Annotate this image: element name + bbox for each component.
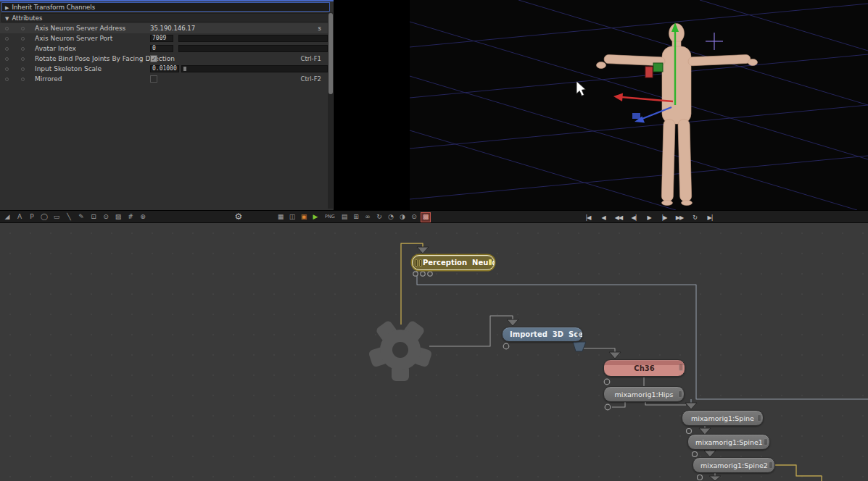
shortcut-label: Ctrl-F1 (301, 54, 322, 64)
color-swatch-icon[interactable]: ▣ (299, 212, 309, 222)
active-tool-icon[interactable]: ▩ (421, 212, 431, 222)
section-label: Attributes (12, 14, 42, 22)
param-socket-icon (5, 78, 9, 81)
tile-view-icon[interactable]: ⊞ (351, 212, 361, 222)
param-row-avatar-index: Avatar Index 0 (0, 43, 328, 54)
avatar-index-slider-track[interactable] (178, 45, 328, 52)
param-socket-icon (21, 47, 25, 51)
param-label: Avatar Index (35, 43, 76, 54)
node-flags[interactable] (415, 259, 422, 267)
playback-controls: |◀ ◀ ◀◀ ◀| ▶ |▶ ▶▶ ↻ ▶| (581, 212, 717, 223)
show-handles-a-icon[interactable]: A (15, 212, 25, 222)
loop-button[interactable]: ↻ (687, 212, 702, 223)
param-label: Input Skeleton Scale (35, 64, 102, 74)
param-socket-icon (5, 67, 9, 71)
mirrored-checkbox[interactable] (150, 75, 157, 83)
avatar-index-field[interactable]: 0 (150, 45, 173, 52)
panel-scrollbar[interactable] (328, 12, 333, 209)
node-ch36[interactable]: Ch36 (603, 359, 685, 377)
server-address-value[interactable]: 35.190.146.17 (150, 23, 195, 33)
jump-to-start-button[interactable]: |◀ (581, 212, 595, 223)
viewport-grid (410, 0, 868, 210)
section-attributes[interactable]: ▼Attributes (1, 13, 330, 22)
next-frame-button[interactable]: |▶ (657, 212, 671, 223)
line-tool-icon[interactable]: ╲ (64, 212, 74, 222)
param-socket-icon (21, 57, 25, 61)
server-port-field[interactable]: 7009 (150, 35, 173, 42)
png-export-icon[interactable]: PNG (322, 212, 338, 222)
prev-frame-button[interactable]: ◀| (627, 212, 641, 223)
link-toggle-icon[interactable]: ∞ (363, 212, 373, 222)
node-render-flag[interactable] (488, 259, 492, 266)
node-imported-3d-scene[interactable]: Imported 3D Scen... (502, 327, 583, 342)
main-toolbar: ◢ A P ◯ ▭ ╲ ✎ ⊡ ⊙ ▨ # ⊕ ⚙ ▦ ◫ ▣ ▶ PNG ▤ … (0, 210, 868, 223)
param-label: Axis Neuron Server Address (35, 23, 125, 33)
node-flag[interactable] (764, 438, 768, 446)
progress-pie-icon[interactable]: ◔ (386, 212, 396, 222)
node-flag[interactable] (576, 331, 581, 338)
add-object-icon[interactable]: ⊕ (138, 212, 148, 222)
node-flag[interactable] (757, 414, 761, 422)
split-view-icon[interactable]: ◫ (287, 212, 297, 222)
param-socket-icon (21, 37, 25, 41)
snap-target-icon[interactable]: ⊙ (101, 212, 111, 222)
contrast-icon[interactable]: ◑ (397, 212, 408, 222)
grid-view-icon[interactable]: ▦ (276, 212, 286, 222)
preview-play-icon[interactable]: ▶ (310, 212, 321, 222)
rotate-bind-pose-checkbox[interactable]: ✓ (150, 55, 157, 62)
node-label: mixamorig1:Spine2 (693, 461, 774, 469)
hatch-display-icon[interactable]: ▨ (113, 212, 123, 222)
mouse-cursor-icon (576, 81, 586, 96)
node-label: Perception Neuron... (413, 259, 494, 267)
pencil-tool-icon[interactable]: ✎ (76, 212, 86, 222)
skeleton-scale-slider[interactable] (181, 65, 328, 72)
pick-center-icon[interactable]: ⊙ (409, 212, 419, 222)
skeleton-scale-field[interactable]: 0.01000 (150, 65, 179, 72)
play-button[interactable]: ▶ (642, 212, 656, 223)
viewport-3d[interactable] (410, 0, 868, 210)
param-row-server-address: Axis Neuron Server Address 35.190.146.17… (0, 23, 328, 33)
section-inherit-transform-channels[interactable]: ▶Inherit Transform Channels (1, 2, 330, 12)
node-mixamorig-spine2[interactable]: mixamorig1:Spine2 (693, 457, 775, 473)
box-select-icon[interactable]: ▭ (51, 212, 62, 222)
image-view-icon[interactable]: ▤ (339, 212, 350, 222)
fast-forward-button[interactable]: ▶▶ (672, 212, 687, 223)
app-window: ▶Inherit Transform Channels ▼Attributes … (0, 0, 868, 481)
param-label: Mirrored (35, 74, 62, 84)
node-flag[interactable] (679, 364, 683, 371)
panel-scrollbar-thumb[interactable] (328, 13, 333, 94)
section-label: Inherit Transform Channels (12, 4, 95, 11)
network-editor[interactable]: Perception Neuron... Imported 3D Scen...… (0, 223, 868, 481)
node-mixamorig-spine1[interactable]: mixamorig1:Spine1 (687, 434, 770, 450)
parameter-panel: ▶Inherit Transform Channels ▼Attributes … (0, 0, 334, 210)
param-label: Axis Neuron Server Port (35, 33, 112, 43)
slider-handle[interactable] (183, 67, 186, 71)
fast-reverse-button[interactable]: ◀◀ (611, 212, 626, 223)
zoom-region-icon[interactable]: ⊡ (88, 212, 99, 222)
node-mixamorig-hips[interactable]: mixamorig1:Hips (603, 386, 685, 402)
crosshair-marker (706, 33, 723, 50)
circle-select-icon[interactable]: ◯ (39, 212, 49, 222)
node-flag[interactable] (769, 461, 773, 469)
display-option-icons: ▦ ◫ ▣ ▶ PNG ▤ ⊞ ∞ ↻ ◔ ◑ ⊙ ▩ (276, 212, 431, 222)
param-socket-icon (5, 47, 9, 51)
grid-snap-icon[interactable]: # (125, 212, 136, 222)
settings-gear-icon[interactable]: ⚙ (233, 212, 244, 222)
jump-to-end-button[interactable]: ▶| (703, 212, 717, 223)
node-output-flag[interactable] (573, 342, 586, 351)
show-points-p-icon[interactable]: P (27, 212, 37, 222)
param-row-skeleton-scale: Input Skeleton Scale 0.01000 (0, 64, 328, 74)
node-mixamorig-spine[interactable]: mixamorig1:Spine (682, 410, 764, 426)
param-socket-icon (21, 78, 25, 81)
select-tool-icon[interactable]: ◢ (2, 212, 12, 222)
node-flag[interactable] (678, 390, 682, 398)
node-perception-neuron[interactable]: Perception Neuron... (412, 255, 495, 270)
value-suffix: s (318, 23, 321, 33)
play-reverse-button[interactable]: ◀ (596, 212, 611, 223)
refresh-icon[interactable]: ↻ (374, 212, 384, 222)
collapse-arrow-icon: ▼ (5, 14, 9, 22)
param-socket-icon (5, 27, 9, 30)
param-socket-icon (21, 67, 25, 71)
collapse-arrow-icon: ▶ (5, 4, 9, 12)
server-port-slider-track[interactable] (178, 35, 328, 42)
